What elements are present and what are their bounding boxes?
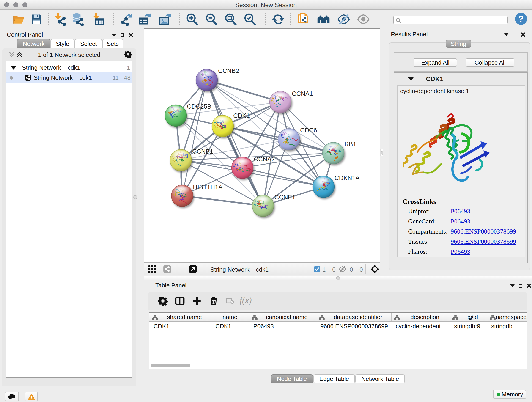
export-table-icon[interactable] (138, 12, 152, 26)
table-cell[interactable]: P06493 (249, 322, 316, 331)
table-cell[interactable]: cyclin-dependent ... (392, 322, 450, 331)
delete-column-icon[interactable] (209, 296, 219, 306)
graph-edge-HIST1H1A-CCNE1[interactable] (182, 196, 263, 206)
network-type-icon (25, 75, 31, 81)
column-header--id[interactable]: @id (450, 313, 487, 321)
import-network-from-database-icon[interactable] (71, 12, 85, 26)
fit-target-icon[interactable] (370, 264, 380, 274)
maximize-panel-icon[interactable] (513, 33, 516, 36)
export-network-icon[interactable] (120, 12, 134, 26)
tab-string[interactable]: String (446, 40, 471, 48)
help-icon[interactable]: ? (514, 12, 528, 26)
graph-node-CCNE1[interactable] (252, 195, 274, 217)
column-header-canonical-name[interactable]: canonical name (249, 313, 316, 321)
table-cell[interactable]: CDK1 (211, 322, 249, 331)
add-column-icon[interactable] (192, 296, 202, 306)
crosslink-link[interactable]: P06493 (451, 218, 470, 225)
table-settings-gear-icon[interactable] (158, 296, 168, 306)
graph-edge-CCNB2-CCNA1[interactable] (207, 80, 280, 102)
duplicate-network-icon[interactable] (297, 12, 310, 26)
horizontal-splitter-dot[interactable] (336, 276, 340, 280)
zoom-out-icon[interactable] (204, 12, 218, 26)
maximize-panel-icon[interactable] (519, 284, 522, 288)
tab-edge-table[interactable]: Edge Table (313, 375, 355, 383)
network-options-gear-icon[interactable] (124, 51, 132, 58)
section-caret-icon[interactable] (408, 77, 413, 81)
tab-style[interactable]: Style (51, 39, 75, 49)
table-cell[interactable]: CDK1 (149, 322, 211, 331)
open-in-new-window-icon[interactable] (189, 265, 197, 273)
close-panel-icon[interactable] (128, 32, 133, 38)
graph-node-RB1[interactable] (322, 142, 344, 164)
graph-node-CCNA1[interactable] (266, 91, 291, 113)
collection-label: String Network – cdk1 (22, 64, 80, 71)
float-panel-icon[interactable] (510, 284, 515, 287)
memory-button[interactable]: Memory (493, 390, 526, 399)
graph-node-HIST1H1A[interactable] (171, 185, 193, 207)
graph-node-CDK1[interactable] (211, 115, 234, 137)
table-cell[interactable]: 9606.ENSP00000378699 (316, 322, 392, 331)
delete-table-icon[interactable] (226, 298, 234, 304)
tab-sets[interactable]: Sets (102, 39, 123, 49)
collection-caret-icon[interactable] (11, 66, 16, 70)
expand-all-button[interactable]: Expand All (413, 58, 457, 67)
network-collection-row[interactable]: String Network – cdk1 1 (6, 63, 132, 72)
save-session-icon[interactable] (30, 12, 44, 26)
cloud-button[interactable] (5, 392, 19, 401)
network-row-selected[interactable]: String Network – cdk1 11 48 (6, 72, 132, 83)
zoom-selected-icon[interactable] (243, 12, 257, 26)
collapse-all-button[interactable]: Collapse All (466, 58, 514, 67)
graph-node-CDC6[interactable] (278, 128, 300, 150)
first-neighbors-icon[interactable] (317, 12, 330, 26)
graph-node-CCNB1[interactable] (170, 149, 192, 171)
zoom-in-icon[interactable] (185, 12, 199, 26)
crosslink-link[interactable]: P06493 (451, 248, 470, 255)
table-row[interactable]: CDK1CDK1P064939606.ENSP00000378699cyclin… (149, 322, 527, 331)
close-panel-icon[interactable] (520, 32, 526, 37)
show-all-icon[interactable] (356, 12, 370, 26)
graph-node-CCNA2[interactable] (231, 157, 253, 179)
table-cell[interactable]: stringdb:9... (450, 322, 487, 331)
selected-checkbox-icon (314, 266, 320, 272)
float-panel-icon[interactable] (504, 33, 509, 36)
graph-node-CDKN1A[interactable] (312, 176, 335, 198)
tab-network[interactable]: Network (17, 39, 51, 49)
column-header-name[interactable]: name (211, 313, 249, 321)
export-image-icon[interactable] (158, 12, 172, 26)
tab-select[interactable]: Select (75, 39, 102, 49)
hide-selected-icon[interactable] (337, 12, 351, 26)
crosslink-link[interactable]: P06493 (451, 208, 470, 215)
crosslink-link[interactable]: 9606.ENSP00000378699 (451, 228, 516, 235)
gene-section-header[interactable]: CDK1 (394, 73, 527, 85)
open-session-icon[interactable] (12, 12, 26, 26)
left-splitter-dot[interactable] (133, 195, 137, 199)
tab-node-table[interactable]: Node Table (271, 375, 313, 383)
network-canvas[interactable]: CCNB2CCNA1CDC25BCDK1CDC6RB1CCNB1CCNA2CDK… (144, 28, 380, 262)
column-header-label: description (411, 313, 439, 321)
close-panel-icon[interactable] (526, 283, 532, 288)
crosslink-row: Tissues:9606.ENSP00000378699 (398, 238, 525, 248)
refresh-icon[interactable] (271, 12, 285, 26)
graph-node-CCNB2[interactable] (196, 68, 218, 91)
column-header-description[interactable]: description (392, 313, 450, 321)
birdseye-grid-icon[interactable] (148, 265, 156, 273)
tab-network-table[interactable]: Network Table (355, 375, 405, 383)
function-builder-icon[interactable]: f(x) (240, 295, 252, 305)
column-header-database-identifier[interactable]: database identifier (316, 313, 392, 321)
string-network-graph: CCNB2CCNA1CDC25BCDK1CDC6RB1CCNB1CCNA2CDK… (144, 29, 380, 262)
import-network-icon[interactable] (54, 12, 68, 26)
column-header-namespace[interactable]: namespace (487, 313, 532, 321)
column-header-shared-name[interactable]: shared name (149, 313, 211, 321)
split-column-icon[interactable] (175, 296, 185, 306)
graph-edge-CCNB2-HIST1H1A[interactable] (182, 80, 207, 196)
maximize-panel-icon[interactable] (120, 33, 124, 37)
import-table-icon[interactable] (92, 12, 106, 26)
warning-button[interactable] (25, 392, 38, 401)
crosslink-link[interactable]: 9606.ENSP00000378699 (451, 238, 516, 245)
zoom-fit-icon[interactable] (224, 12, 237, 26)
table-cell[interactable]: stringdb (487, 322, 532, 331)
search-input[interactable] (393, 16, 508, 24)
network-share-icon[interactable] (163, 265, 171, 273)
float-panel-icon[interactable] (112, 34, 116, 36)
table-horizontal-scrollbar[interactable] (151, 364, 190, 367)
